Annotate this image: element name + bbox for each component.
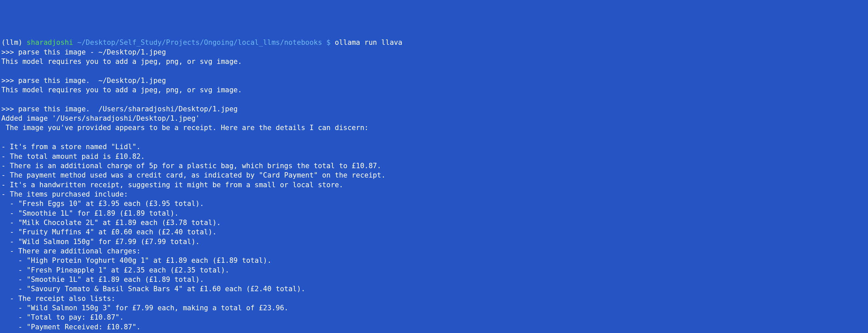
output-line: - "Milk Chocolate 2L" at £1.89 each (£3.… bbox=[1, 219, 221, 227]
output-line: - "Smoothie 1L" at £1.89 each (£1.89 tot… bbox=[1, 276, 204, 283]
output-line: >>> parse this image - ~/Desktop/1.jpeg bbox=[1, 48, 166, 56]
output-line: - The payment method used was a credit c… bbox=[1, 171, 385, 179]
output-line: - "High Protein Yoghurt 400g 1" at £1.89… bbox=[1, 256, 271, 265]
prompt-line: (llm) sharadjoshi ~/Desktop/Self_Study/P… bbox=[1, 38, 402, 47]
output-line: >>> parse this image. ~/Desktop/1.jpeg bbox=[1, 77, 166, 85]
output-line: - "Wild Salmon 150g 3" for £7.99 each, m… bbox=[1, 304, 288, 312]
prompt-user: sharadjoshi bbox=[27, 38, 78, 47]
prompt-command: ollama run llava bbox=[335, 38, 402, 47]
output-line: This model requires you to add a jpeg, p… bbox=[1, 57, 242, 65]
output-line: - "Wild Salmon 150g" for £7.99 (£7.99 to… bbox=[1, 238, 199, 246]
output-line: Added image '/Users/sharadjoshi/Desktop/… bbox=[1, 114, 199, 122]
output-line: >>> parse this image. /Users/sharadjoshi… bbox=[1, 105, 238, 113]
output-line: - There is an additional charge of 5p fo… bbox=[1, 162, 381, 170]
output-line: - "Fresh Eggs 10" at £3.95 each (£3.95 t… bbox=[1, 200, 204, 207]
prompt-path: ~/Desktop/Self_Study/Projects/Ongoing/lo… bbox=[78, 38, 327, 47]
output-line: - The items purchased include: bbox=[1, 190, 128, 198]
output-line: - There are additional charges: bbox=[1, 247, 141, 255]
output-line: - "Fresh Pineapple 1" at £2.35 each (£2.… bbox=[1, 266, 229, 274]
prompt-env: (llm) bbox=[1, 38, 27, 47]
output-line: This model requires you to add a jpeg, p… bbox=[1, 86, 242, 94]
output-line: The image you've provided appears to be … bbox=[1, 124, 369, 132]
output-line: - It's from a store named "Lidl". bbox=[1, 143, 141, 151]
output-line: - "Smoothie 1L" for £1.89 (£1.89 total). bbox=[1, 209, 179, 217]
terminal-output[interactable]: (llm) sharadjoshi ~/Desktop/Self_Study/P… bbox=[1, 38, 867, 333]
output-line: - The receipt also lists: bbox=[1, 295, 115, 303]
output-line: - The total amount paid is £10.82. bbox=[1, 152, 145, 161]
prompt-dollar: $ bbox=[327, 38, 335, 47]
output-line: - "Fruity Muffins 4" at £0.60 each (£2.4… bbox=[1, 228, 217, 236]
output-line: - "Payment Received: £10.87". bbox=[1, 323, 141, 331]
output-line: - "Savoury Tomato & Basil Snack Bars 4" … bbox=[1, 285, 305, 293]
output-line: - "Total to pay: £10.87". bbox=[1, 313, 124, 321]
output-line: - It's a handwritten receipt, suggesting… bbox=[1, 181, 343, 189]
